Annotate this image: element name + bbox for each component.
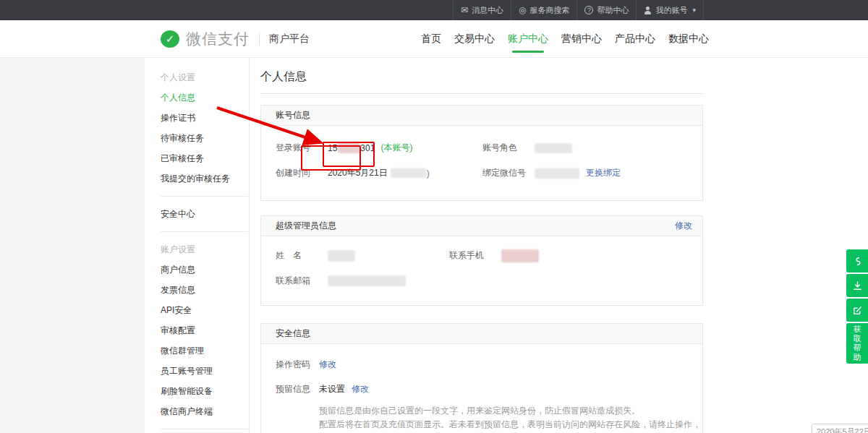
edit-icon — [852, 305, 863, 316]
caret-down-icon: ▾ — [692, 7, 696, 14]
portal-label: 商户平台 — [269, 33, 310, 46]
sidebar-divider — [161, 429, 248, 429]
download-button[interactable] — [846, 274, 868, 297]
redacted-blob — [391, 168, 427, 178]
sidebar-item-face-smart-device[interactable]: 刷脸智能设备 — [145, 381, 249, 401]
login-account-value: 15301 (本账号) — [328, 142, 412, 154]
redacted-blob — [535, 143, 572, 153]
redacted-blob — [501, 249, 539, 262]
security-info-card: 安全信息 操作密码 修改 预留信息 未设置 修改 预留信息是由你自己设置的一段文… — [260, 323, 703, 433]
reserve-info-value: 未设置 — [319, 383, 345, 395]
sidebar-divider — [161, 231, 248, 232]
topbar-item-label: 服务商搜索 — [529, 5, 569, 16]
header: ✓ 微信支付 商户平台 首页交易中心账户中心营销中心产品中心数据中心 — [0, 20, 868, 58]
main-nav: 首页交易中心账户中心营销中心产品中心数据中心 — [421, 20, 709, 58]
account-row-2: 创建时间 2020年5月21日 ) 绑定微信号 更换绑定 — [261, 160, 702, 186]
logo-text: 微信支付 — [186, 29, 250, 49]
topbar-item-label: 我的账号 — [655, 5, 687, 16]
logo-divider — [259, 33, 260, 46]
current-account-tag: (本账号) — [380, 142, 412, 154]
topbar-item-help-center[interactable]: ?帮助中心 — [576, 0, 636, 20]
security-card-title: 安全信息 — [276, 324, 310, 343]
account-card-header: 账号信息 — [261, 106, 702, 126]
sidebar-item-invoice-info[interactable]: 发票信息 — [145, 280, 249, 300]
reserve-info-description: 预留信息是由你自己设置的一段文字，用来鉴定网站身份，防止假冒网站造成损失。 配置… — [319, 404, 702, 433]
get-help-button[interactable]: 获取帮助 — [846, 323, 868, 364]
reserve-info-label: 预留信息 — [276, 383, 319, 395]
topbar-item-message-center[interactable]: ✉消息中心 — [453, 0, 511, 20]
sidebar-item-personal-info[interactable]: 个人信息 — [145, 87, 249, 108]
operation-password-label: 操作密码 — [276, 359, 319, 371]
contact-email-label: 联系邮箱 — [276, 275, 328, 287]
feedback-button[interactable] — [846, 299, 868, 322]
sidebar-item-api-security[interactable]: API安全 — [145, 300, 249, 320]
super-admin-card: 超级管理员信息 修改 姓 名 联系手机 联系邮箱 — [260, 215, 703, 306]
admin-card-header: 超级管理员信息 修改 — [261, 216, 702, 236]
nav-product-center[interactable]: 产品中心 — [615, 33, 655, 46]
name-label: 姓 名 — [276, 249, 328, 262]
sidebar-item-staff-account-management[interactable]: 员工账号管理 — [145, 361, 249, 381]
sidebar-item-my-submitted-review-tasks[interactable]: 我提交的审核任务 — [145, 168, 249, 189]
page-title: 个人信息 — [260, 69, 703, 85]
security-card-header: 安全信息 — [261, 324, 702, 344]
security-row-password: 操作密码 修改 — [261, 352, 702, 377]
sidebar-group-header: 账户设置 — [145, 239, 249, 260]
sidebar-divider — [161, 196, 248, 197]
login-account-label: 登录账号 — [276, 142, 328, 154]
admin-card-title: 超级管理员信息 — [276, 216, 336, 236]
redacted-blob — [338, 142, 359, 153]
topbar: ✉消息中心◎服务商搜索?帮助中心我的账号▾ — [0, 0, 868, 20]
sidebar-item-wechat-group-management[interactable]: 微信群管理 — [145, 340, 249, 361]
nav-marketing-center[interactable]: 营销中心 — [561, 33, 602, 46]
sidebar-item-review-config[interactable]: 审核配置 — [145, 320, 249, 340]
sidebar-item-wechat-merchant-terminal[interactable]: 微信商户终端 — [145, 401, 249, 421]
wechat-pay-logo-icon: ✓ — [161, 30, 179, 48]
admin-row-2: 联系邮箱 — [261, 268, 702, 293]
sidebar-item-reviewed-tasks[interactable]: 已审核任务 — [145, 148, 249, 168]
download-icon — [852, 280, 863, 291]
left-gutter — [0, 58, 145, 433]
help-icon: ? — [584, 6, 593, 14]
sidebar: 个人设置个人信息操作证书待审核任务已审核任务我提交的审核任务安全中心账户设置商户… — [145, 58, 250, 433]
reserve-edit-link[interactable]: 修改 — [352, 383, 369, 395]
contact-phone-label: 联系手机 — [449, 249, 501, 262]
nav-account-center[interactable]: 账户中心 — [508, 33, 548, 46]
float-help-widget: 获取帮助 — [846, 249, 868, 364]
sidebar-item-operation-certificate[interactable]: 操作证书 — [145, 108, 249, 128]
search-icon: ◎ — [519, 6, 526, 14]
change-binding-link[interactable]: 更换绑定 — [586, 167, 621, 179]
active-nav-underline — [512, 51, 544, 53]
sidebar-item-merchant-info[interactable]: 商户信息 — [145, 260, 249, 280]
nav-home[interactable]: 首页 — [421, 33, 441, 46]
account-role-label: 账号角色 — [482, 142, 535, 154]
redacted-blob — [535, 168, 579, 179]
sidebar-item-pending-review-tasks[interactable]: 待审核任务 — [145, 128, 249, 148]
created-time-value: 2020年5月21日 ) — [328, 167, 430, 179]
topbar-item-label: 帮助中心 — [597, 5, 629, 16]
admin-edit-link[interactable]: 修改 — [675, 216, 692, 236]
corner-date-box: 2020年5月22日 — [812, 424, 868, 433]
admin-row-1: 姓 名 联系手机 — [261, 243, 702, 268]
topbar-item-service-search[interactable]: ◎服务商搜索 — [511, 0, 576, 20]
security-row-reserve: 预留信息 未设置 修改 — [261, 377, 702, 401]
sidebar-group-header: 个人设置 — [145, 67, 249, 87]
hotline-link-button[interactable] — [846, 249, 868, 273]
nav-trade-center[interactable]: 交易中心 — [454, 33, 495, 46]
password-edit-link[interactable]: 修改 — [319, 359, 336, 371]
logo: ✓ 微信支付 商户平台 — [161, 20, 310, 58]
account-info-card: 账号信息 登录账号 15301 (本账号) 账号角色 创建时间 2020年5月2… — [260, 105, 703, 201]
message-icon: ✉ — [461, 6, 468, 14]
nav-data-center[interactable]: 数据中心 — [668, 33, 709, 46]
redacted-blob — [328, 275, 406, 286]
created-time-label: 创建时间 — [276, 167, 328, 179]
topbar-item-my-account[interactable]: 我的账号▾ — [636, 0, 704, 20]
redacted-blob — [328, 250, 355, 262]
topbar-items: ✉消息中心◎服务商搜索?帮助中心我的账号▾ — [453, 0, 704, 20]
sidebar-item-security-center[interactable]: 安全中心 — [145, 204, 249, 224]
link-icon — [852, 256, 863, 267]
page-title-wrap: 个人信息 — [260, 69, 703, 94]
bound-wechat-label: 绑定微信号 — [482, 167, 535, 179]
account-card-title: 账号信息 — [276, 106, 310, 125]
topbar-item-label: 消息中心 — [472, 5, 503, 16]
account-icon — [644, 7, 652, 14]
